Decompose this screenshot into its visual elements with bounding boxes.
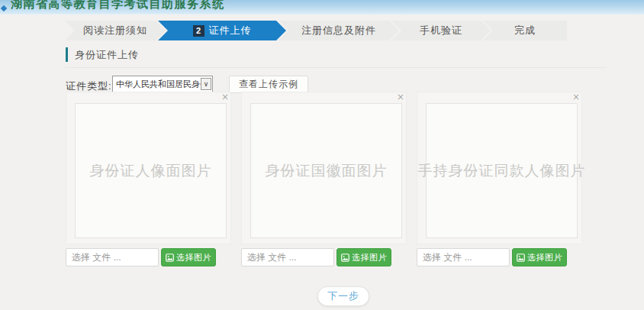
step-label: 阅读注册须知 bbox=[83, 24, 147, 37]
select-image-label: 选择图片 bbox=[527, 252, 562, 263]
upload-units-row: × 身份证人像面图片 选择 文件 ... 选择图片 × 身份证国徽面图 bbox=[66, 92, 582, 266]
step-label: 证件上传 bbox=[209, 24, 252, 37]
step-registration-info[interactable]: 注册信息及附件 bbox=[279, 21, 399, 40]
upload-unit-emblem-side: × 身份证国徽面图片 选择 文件 ... 选择图片 bbox=[241, 92, 407, 266]
file-row: 选择 文件 ... 选择图片 bbox=[241, 248, 407, 266]
step-complete[interactable]: 完成 bbox=[483, 21, 567, 40]
upload-panel: × 身份证国徽面图片 bbox=[241, 92, 407, 244]
select-image-button[interactable]: 选择图片 bbox=[512, 248, 567, 266]
close-icon[interactable]: × bbox=[221, 93, 229, 101]
file-input-text: 选择 文件 ... bbox=[423, 251, 472, 264]
step-label: 完成 bbox=[514, 24, 536, 37]
select-image-button[interactable]: 选择图片 bbox=[336, 248, 391, 266]
logo-icon bbox=[1, 5, 7, 11]
portrait-side-dropzone[interactable]: 身份证人像面图片 bbox=[75, 103, 227, 238]
view-upload-example-button[interactable]: 查看上传示例 bbox=[229, 76, 308, 93]
upload-unit-portrait-side: × 身份证人像面图片 选择 文件 ... 选择图片 bbox=[66, 92, 231, 266]
section-divider bbox=[65, 67, 607, 68]
upload-panel: × 身份证人像面图片 bbox=[66, 92, 231, 244]
cert-type-selected-value: 中华人民共和国居民身份证 bbox=[113, 79, 201, 90]
file-input-field[interactable]: 选择 文件 ... bbox=[241, 248, 334, 266]
close-icon[interactable]: × bbox=[572, 93, 580, 101]
upload-panel: × 手持身份证同款人像图片 bbox=[417, 92, 582, 244]
section-title: 身份证件上传 bbox=[75, 48, 139, 62]
file-row: 选择 文件 ... 选择图片 bbox=[417, 248, 582, 266]
next-step-label: 下一步 bbox=[327, 289, 359, 303]
emblem-side-dropzone[interactable]: 身份证国徽面图片 bbox=[250, 103, 402, 238]
close-icon[interactable]: × bbox=[397, 93, 404, 101]
section-accent-bar bbox=[66, 47, 68, 62]
upload-unit-handheld: × 手持身份证同款人像图片 选择 文件 ... 选择图片 bbox=[417, 92, 582, 266]
dropzone-placeholder: 身份证人像面图片 bbox=[90, 161, 212, 181]
file-input-field[interactable]: 选择 文件 ... bbox=[417, 248, 510, 266]
registration-stepper: 阅读注册须知 2 证件上传 注册信息及附件 手机验证 完成 bbox=[65, 21, 567, 40]
image-icon bbox=[166, 253, 174, 262]
file-input-field[interactable]: 选择 文件 ... bbox=[66, 248, 159, 266]
file-input-text: 选择 文件 ... bbox=[72, 251, 121, 264]
system-title: 湖南省高等教育自学考试自助服务系统 bbox=[11, 0, 644, 11]
file-row: 选择 文件 ... 选择图片 bbox=[66, 248, 231, 266]
next-step-button[interactable]: 下一步 bbox=[317, 286, 369, 306]
image-icon bbox=[517, 253, 525, 262]
step-phone-verify[interactable]: 手机验证 bbox=[391, 21, 491, 40]
handheld-dropzone[interactable]: 手持身份证同款人像图片 bbox=[426, 103, 578, 238]
file-input-text: 选择 文件 ... bbox=[247, 251, 297, 264]
step-read-notice[interactable]: 阅读注册须知 bbox=[65, 21, 166, 40]
example-button-label: 查看上传示例 bbox=[239, 78, 298, 91]
dropzone-placeholder: 手持身份证同款人像图片 bbox=[418, 161, 586, 181]
step-label: 注册信息及附件 bbox=[301, 24, 376, 37]
top-title-band: 湖南省高等教育自学考试自助服务系统 bbox=[0, 0, 644, 15]
select-image-label: 选择图片 bbox=[176, 252, 211, 263]
image-icon bbox=[341, 253, 349, 262]
select-image-label: 选择图片 bbox=[352, 252, 387, 263]
dropdown-arrow-icon: ∨ bbox=[201, 78, 211, 90]
select-image-button[interactable]: 选择图片 bbox=[161, 248, 216, 266]
step-label: 手机验证 bbox=[420, 24, 462, 37]
step-certificate-upload-current[interactable]: 2 证件上传 bbox=[158, 21, 286, 40]
section-header: 身份证件上传 bbox=[66, 47, 139, 62]
cert-type-select[interactable]: 中华人民共和国居民身份证 ∨ bbox=[112, 76, 213, 92]
step-number-badge: 2 bbox=[193, 25, 204, 37]
dropzone-placeholder: 身份证国徽面图片 bbox=[266, 161, 388, 181]
